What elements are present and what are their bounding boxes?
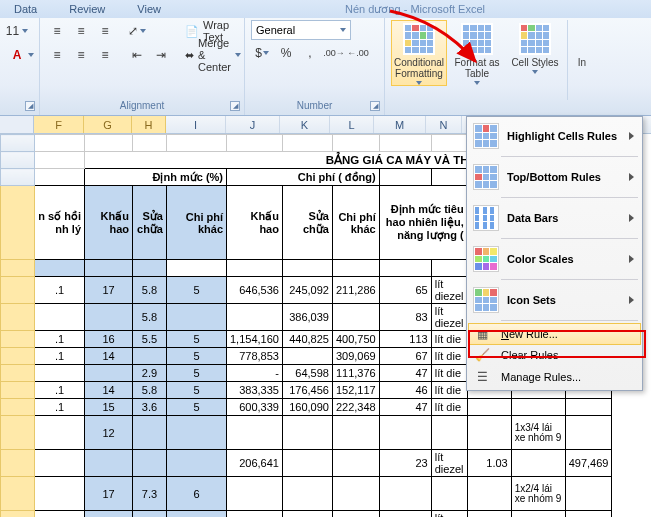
- submenu-arrow-icon: [629, 214, 634, 222]
- table-row: 121x3/4 lái xe nhóm 9: [1, 416, 612, 450]
- col-header-H[interactable]: H: [132, 116, 166, 133]
- number-format-combo[interactable]: General: [251, 20, 351, 40]
- comma-button[interactable]: ,: [299, 42, 321, 64]
- window-title: Nén dương - Microsoft Excel: [179, 3, 651, 16]
- tab-view[interactable]: View: [123, 0, 179, 18]
- ribbon: 11 A ◢ ≡ ≡ ≡ ⤢ ≡: [0, 18, 651, 116]
- col-header-I[interactable]: I: [166, 116, 226, 133]
- submenu-arrow-icon: [629, 173, 634, 181]
- cf-color-scales-item[interactable]: Color Scales: [469, 242, 640, 276]
- align-left-button[interactable]: ≡: [46, 44, 68, 66]
- col-header-F[interactable]: F: [34, 116, 84, 133]
- decrease-indent-button[interactable]: ⇤: [126, 44, 148, 66]
- conditional-formatting-menu: Highlight Cells Rules Top/Bottom Rules D…: [466, 116, 643, 391]
- tab-review[interactable]: Review: [55, 0, 123, 18]
- menu-tabs: Data Review View: [0, 0, 179, 18]
- increase-decimal-button[interactable]: .00→: [323, 42, 345, 64]
- title-bar: Data Review View Nén dương - Microsoft E…: [0, 0, 651, 18]
- col-header-L[interactable]: L: [330, 116, 374, 133]
- number-group-label: Number: [297, 100, 333, 111]
- cf-new-rule-item[interactable]: ▦ New Rule...: [468, 323, 641, 345]
- new-rule-icon: ▦: [473, 325, 491, 343]
- align-top-button[interactable]: ≡: [46, 20, 68, 42]
- data-bars-icon: [473, 205, 499, 231]
- cf-top-bottom-item[interactable]: Top/Bottom Rules: [469, 160, 640, 194]
- highlight-cells-icon: [473, 123, 499, 149]
- alignment-dialog-launcher[interactable]: ◢: [230, 101, 240, 111]
- font-dialog-launcher[interactable]: ◢: [25, 101, 35, 111]
- col-header-N[interactable]: N: [426, 116, 462, 133]
- format-as-table-button[interactable]: Format as Table: [449, 20, 505, 86]
- col-header-J[interactable]: J: [226, 116, 280, 133]
- table-row: 206,64123lít diezel1.03497,469: [1, 450, 612, 477]
- manage-rules-icon: ☰: [473, 368, 491, 386]
- align-bottom-button[interactable]: ≡: [94, 20, 116, 42]
- cf-clear-rules-item[interactable]: 🧹 Clear Rules: [469, 344, 640, 366]
- table-row: .1153.65600,339160,090222,34847lít die: [1, 399, 612, 416]
- accounting-format-button[interactable]: $: [251, 42, 273, 64]
- conditional-formatting-button[interactable]: Conditional Formatting: [391, 20, 447, 86]
- increase-indent-button[interactable]: ⇥: [150, 44, 172, 66]
- cf-icon-sets-item[interactable]: Icon Sets: [469, 283, 640, 317]
- number-dialog-launcher[interactable]: ◢: [370, 101, 380, 111]
- col-header-corner[interactable]: [0, 116, 34, 133]
- submenu-arrow-icon: [629, 296, 634, 304]
- align-middle-button[interactable]: ≡: [70, 20, 92, 42]
- cf-data-bars-item[interactable]: Data Bars: [469, 201, 640, 235]
- insert-button[interactable]: In: [572, 20, 592, 69]
- tab-data[interactable]: Data: [0, 0, 55, 18]
- table-row: 177.361x2/4 lái xe nhóm 9: [1, 477, 612, 511]
- decrease-decimal-button[interactable]: ←.00: [347, 42, 369, 64]
- icon-sets-icon: [473, 287, 499, 313]
- table-row: 384,724183,561150,87267lít diezel1.03704…: [1, 511, 612, 518]
- percent-button[interactable]: %: [275, 42, 297, 64]
- merge-center-button[interactable]: ⬌Merge & Center: [180, 44, 246, 66]
- col-header-M[interactable]: M: [374, 116, 426, 133]
- col-header-K[interactable]: K: [280, 116, 330, 133]
- cf-manage-rules-item[interactable]: ☰ Manage Rules...: [469, 366, 640, 388]
- clear-rules-icon: 🧹: [473, 346, 491, 364]
- align-center-button[interactable]: ≡: [70, 44, 92, 66]
- orientation-button[interactable]: ⤢: [126, 20, 148, 42]
- submenu-arrow-icon: [629, 255, 634, 263]
- cell-styles-button[interactable]: Cell Styles: [507, 20, 563, 75]
- col-header-G[interactable]: G: [84, 116, 132, 133]
- color-scales-icon: [473, 246, 499, 272]
- top-bottom-icon: [473, 164, 499, 190]
- font-size-combo[interactable]: 11: [6, 20, 28, 42]
- font-color-button[interactable]: A: [6, 44, 28, 66]
- align-right-button[interactable]: ≡: [94, 44, 116, 66]
- cf-highlight-cells-item[interactable]: Highlight Cells Rules: [469, 119, 640, 153]
- submenu-arrow-icon: [629, 132, 634, 140]
- alignment-group-label: Alignment: [120, 100, 164, 111]
